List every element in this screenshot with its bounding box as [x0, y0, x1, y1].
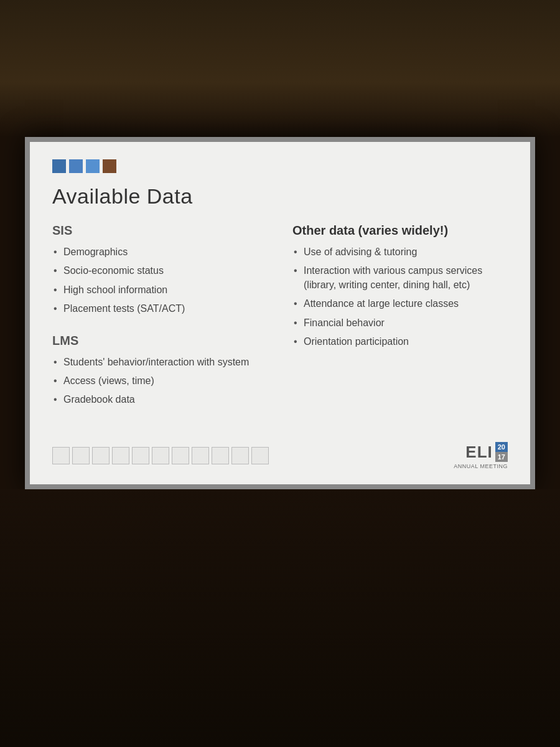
eli-year-top: 20	[495, 442, 508, 452]
eli-logo: ELI 20 17	[465, 442, 508, 463]
other-heading: Other data (varies widely!)	[292, 223, 508, 238]
list-item: Interaction with various campus services…	[292, 264, 508, 292]
footer-sq	[212, 447, 229, 464]
list-item: Use of advising & tutoring	[292, 245, 508, 259]
footer-sq	[231, 447, 249, 464]
sis-heading: SIS	[52, 223, 268, 238]
eli-annual-text: ANNUAL MEETING	[454, 463, 508, 469]
footer-sq	[132, 447, 149, 464]
footer-sq	[72, 447, 90, 464]
eli-year-bottom: 17	[495, 452, 508, 462]
right-column: Other data (varies widely!) Use of advis…	[292, 223, 508, 425]
left-column: SIS Demographics Socio-economic status H…	[52, 223, 268, 425]
slide-title: Available Data	[52, 184, 508, 209]
list-item: Orientation participation	[292, 335, 508, 349]
screen-wrapper: Available Data SIS Demographics Socio-ec…	[25, 137, 535, 489]
eli-badge: 20 17	[495, 442, 508, 463]
list-item: Financial behavior	[292, 316, 508, 330]
list-item: Gradebook data	[52, 393, 268, 406]
footer-sq	[192, 447, 209, 464]
room-top	[0, 0, 560, 137]
room-bottom	[0, 489, 560, 747]
content-columns: SIS Demographics Socio-economic status H…	[52, 223, 508, 425]
eli-text: ELI	[465, 443, 492, 462]
list-item: Socio-economic status	[52, 264, 268, 278]
eli-logo-group: ELI 20 17 ANNUAL MEETING	[454, 442, 508, 470]
logo-square-1	[52, 159, 66, 173]
list-item: High school information	[52, 283, 268, 297]
slide: Available Data SIS Demographics Socio-ec…	[30, 142, 530, 484]
other-list: Use of advising & tutoring Interaction w…	[292, 245, 508, 349]
footer-sq	[92, 447, 110, 464]
list-item: Demographics	[52, 245, 268, 259]
logo-square-4	[103, 159, 116, 173]
footer-sq	[112, 447, 129, 464]
list-item: Attendance at large lecture classes	[292, 297, 508, 311]
footer-bar: ELI 20 17 ANNUAL MEETING	[52, 437, 508, 470]
lms-list: Students' behavior/interaction with syst…	[52, 355, 268, 407]
sis-list: Demographics Socio-economic status High …	[52, 245, 268, 316]
footer-sq	[172, 447, 189, 464]
logo-square-3	[86, 159, 100, 173]
footer-sq	[152, 447, 169, 464]
logo-bar	[52, 159, 508, 173]
footer-sq	[52, 447, 70, 464]
list-item: Placement tests (SAT/ACT)	[52, 302, 268, 316]
footer-squares	[52, 447, 269, 464]
logo-square-2	[69, 159, 83, 173]
lms-heading: LMS	[52, 334, 268, 348]
list-item: Access (views, time)	[52, 374, 268, 388]
list-item: Students' behavior/interaction with syst…	[52, 355, 268, 369]
footer-sq	[251, 447, 269, 464]
